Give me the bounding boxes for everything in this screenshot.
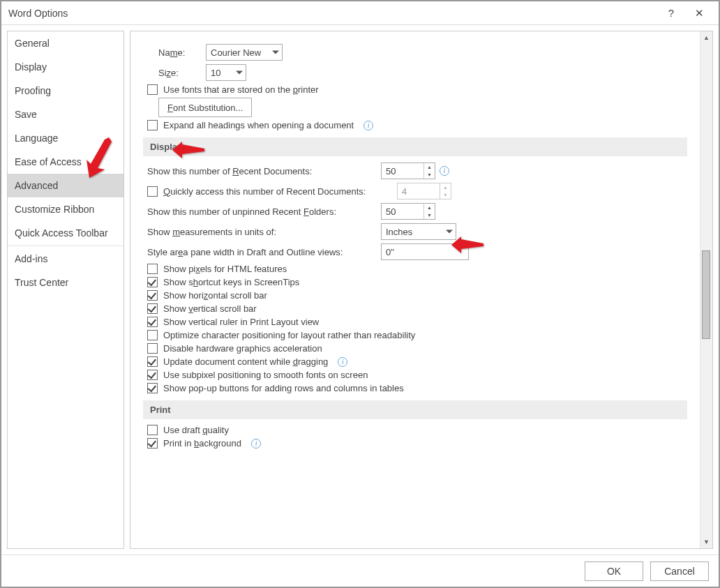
checkbox-icon: [147, 120, 158, 130]
sidebar-item-ease-of-access[interactable]: Ease of Access: [8, 150, 123, 174]
scroll-thumb[interactable]: [702, 250, 710, 339]
section-header-display: Display: [143, 137, 687, 156]
style-area-input[interactable]: 0": [381, 243, 469, 260]
checkbox-icon: [147, 383, 158, 393]
checkbox-label: Show pop-up buttons for adding rows and …: [163, 383, 404, 393]
checkbox-icon: [147, 264, 158, 274]
units-value: Inches: [386, 227, 412, 237]
info-icon[interactable]: i: [363, 121, 373, 130]
checkbox-expand-headings[interactable]: Expand all headings when opening a docum…: [147, 120, 687, 130]
spinner-arrows[interactable]: ▲▼: [423, 163, 435, 179]
vertical-scrollbar[interactable]: ▲ ▼: [700, 31, 712, 548]
checkbox-icon: [147, 438, 158, 448]
sidebar-item-general[interactable]: General: [8, 31, 123, 55]
sidebar-item-language[interactable]: Language: [8, 126, 123, 150]
recent-docs-value: 50: [386, 166, 396, 176]
sidebar-item-trust-center[interactable]: Trust Center: [8, 271, 123, 294]
sidebar-separator: [8, 246, 123, 246]
font-name-value: Courier New: [211, 47, 261, 58]
checkbox-icon: [147, 303, 158, 314]
scroll-up-arrow[interactable]: ▲: [700, 31, 712, 44]
sidebar-item-customize-ribbon[interactable]: Customize Ribbon: [8, 197, 123, 221]
checkbox-draft-quality[interactable]: Use draft quality: [147, 425, 687, 435]
info-icon[interactable]: i: [338, 357, 347, 367]
checkbox-update-while-dragging[interactable]: Update document content while dragging i: [147, 356, 687, 367]
recent-docs-label: Show this number of Recent Documents:: [147, 166, 381, 176]
checkbox-subpixel-positioning[interactable]: Use subpixel positioning to smooth fonts…: [147, 370, 687, 380]
button-label: OK: [607, 566, 621, 577]
chevron-down-icon: [446, 230, 453, 234]
units-label: Show measurements in units of:: [147, 227, 381, 237]
checkbox-label: Show vertical scroll bar: [163, 303, 257, 314]
units-combo[interactable]: Inches: [381, 223, 456, 240]
checkbox-label: Show shortcut keys in ScreenTips: [163, 277, 299, 287]
font-size-combo[interactable]: 10: [206, 64, 246, 81]
button-label: Font Substitution...: [167, 103, 243, 113]
recent-folders-spinner[interactable]: 50 ▲▼: [381, 203, 435, 220]
spinner-arrows: ▲▼: [440, 183, 451, 199]
checkbox-label: Use draft quality: [163, 425, 229, 435]
close-icon: ✕: [695, 7, 704, 20]
sidebar-item-save[interactable]: Save: [8, 103, 123, 126]
checkbox-icon: [147, 356, 158, 367]
ok-button[interactable]: OK: [585, 561, 643, 581]
chevron-down-icon: [236, 71, 243, 75]
dialog-footer: OK Cancel: [1, 555, 719, 587]
sidebar-item-quick-access-toolbar[interactable]: Quick Access Toolbar: [8, 221, 123, 245]
checkbox-popup-table-buttons[interactable]: Show pop-up buttons for adding rows and …: [147, 383, 687, 393]
style-area-value: 0": [386, 247, 394, 257]
checkbox-quick-access-recent[interactable]: Quickly access this number of Recent Doc…: [147, 183, 687, 199]
quick-access-spinner: 4 ▲▼: [397, 183, 451, 199]
sidebar-item-advanced[interactable]: Advanced: [8, 174, 123, 197]
quick-access-value: 4: [402, 186, 407, 197]
spinner-arrows[interactable]: ▲▼: [423, 204, 435, 219]
checkbox-label: Show horizontal scroll bar: [163, 290, 267, 301]
checkbox-label: Disable hardware graphics acceleration: [163, 343, 322, 354]
section-header-print: Print: [143, 400, 687, 419]
scroll-down-arrow[interactable]: ▼: [700, 536, 712, 548]
checkbox-label: Optimize character positioning for layou…: [163, 330, 415, 340]
font-size-value: 10: [211, 68, 220, 78]
info-icon[interactable]: i: [251, 439, 261, 448]
checkbox-icon: [147, 425, 158, 435]
style-area-label: Style area pane width in Draft and Outli…: [147, 247, 381, 257]
sidebar-item-proofing[interactable]: Proofing: [8, 79, 123, 103]
help-icon: ?: [668, 7, 674, 19]
checkbox-disable-hw-graphics[interactable]: Disable hardware graphics acceleration: [147, 343, 687, 354]
checkbox-icon: [147, 186, 158, 197]
recent-docs-spinner[interactable]: 50 ▲▼: [381, 163, 435, 179]
recent-folders-label: Show this number of unpinned Recent Fold…: [147, 206, 381, 217]
checkbox-optimize-char-positioning[interactable]: Optimize character positioning for layou…: [147, 330, 687, 340]
sidebar-item-addins[interactable]: Add-ins: [8, 247, 123, 271]
checkbox-icon: [147, 290, 158, 301]
scroll-track[interactable]: [700, 44, 712, 536]
chevron-down-icon: [272, 51, 279, 54]
button-label: Cancel: [664, 566, 695, 577]
font-substitution-button[interactable]: Font Substitution...: [158, 98, 252, 117]
checkbox-label: Use subpixel positioning to smooth fonts…: [163, 370, 368, 380]
window-title: Word Options: [8, 8, 657, 19]
close-button[interactable]: ✕: [685, 3, 713, 24]
font-name-combo[interactable]: Courier New: [206, 44, 283, 61]
cancel-button[interactable]: Cancel: [650, 561, 709, 581]
font-size-label: Size:: [158, 68, 200, 78]
checkbox-pixels-html[interactable]: Show pixels for HTML features: [147, 264, 687, 274]
checkbox-print-background[interactable]: Print in background i: [147, 438, 687, 448]
checkbox-vertical-scrollbar[interactable]: Show vertical scroll bar: [147, 303, 687, 314]
checkbox-icon: [147, 84, 158, 95]
checkbox-label: Show vertical ruler in Print Layout view: [163, 317, 319, 327]
font-name-label: Name:: [158, 47, 200, 58]
title-bar: Word Options ? ✕: [1, 1, 719, 25]
recent-folders-value: 50: [386, 206, 396, 217]
checkbox-icon: [147, 277, 158, 287]
checkbox-label: Quickly access this number of Recent Doc…: [163, 186, 391, 197]
checkbox-label: Show pixels for HTML features: [163, 264, 287, 274]
help-button[interactable]: ?: [657, 3, 685, 24]
checkbox-use-printer-fonts[interactable]: Use fonts that are stored on the printer: [147, 84, 687, 95]
checkbox-shortcut-keys[interactable]: Show shortcut keys in ScreenTips: [147, 277, 687, 287]
sidebar-item-display[interactable]: Display: [8, 55, 123, 79]
checkbox-label: Use fonts that are stored on the printer: [163, 84, 319, 95]
info-icon[interactable]: i: [440, 166, 449, 176]
checkbox-horizontal-scrollbar[interactable]: Show horizontal scroll bar: [147, 290, 687, 301]
checkbox-vertical-ruler[interactable]: Show vertical ruler in Print Layout view: [147, 317, 687, 327]
